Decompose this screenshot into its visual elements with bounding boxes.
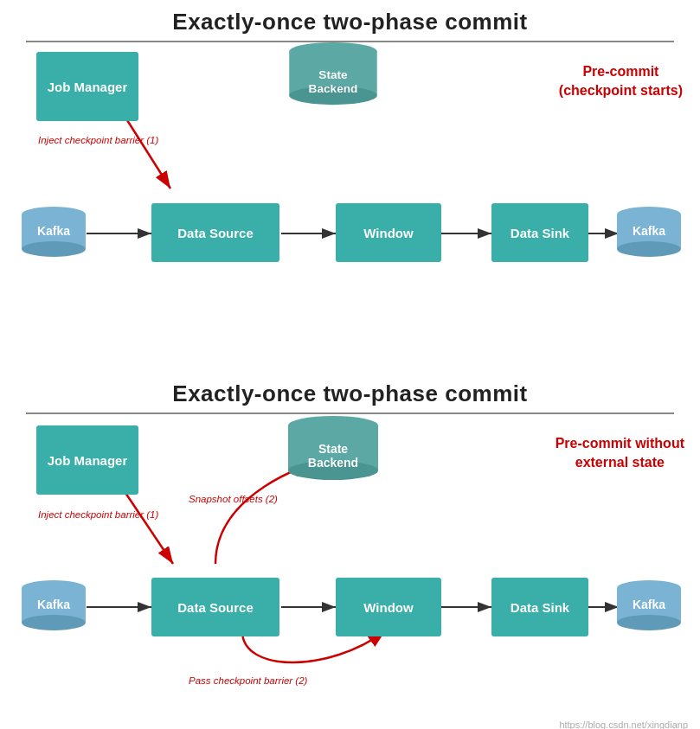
svg-text:Kafka: Kafka (37, 598, 70, 611)
svg-point-14 (22, 241, 86, 257)
pre-commit-label-1: Pre-commit(checkpoint starts) (559, 62, 683, 101)
data-source-box-1: Data Source (151, 203, 279, 262)
svg-text:State: State (318, 68, 348, 81)
svg-text:Backend: Backend (308, 456, 358, 470)
window-box-1: Window (336, 203, 441, 262)
diagram2-section: Exactly-once two-phase commit (0, 372, 700, 729)
kafka-source-1: Kafka (19, 206, 88, 261)
data-source-box-2: Data Source (151, 578, 279, 636)
diagram1-section: Exactly-once two-phase commit Job Manage… (0, 0, 700, 363)
state-backend-cylinder-1: State Backend (286, 42, 381, 111)
diagram2-divider (26, 412, 674, 414)
svg-point-39 (617, 615, 681, 630)
job-manager-box-1: Job Manager (36, 52, 138, 121)
svg-text:Kafka: Kafka (633, 598, 665, 611)
inject-label-1: Inject checkpoint barrier (1) (38, 134, 158, 147)
snapshot-label: Snapshot offsets (2) (189, 493, 278, 506)
data-sink-box-2: Data Sink (491, 578, 588, 636)
svg-text:Kafka: Kafka (633, 224, 665, 238)
pre-commit-label-2: Pre-commit withoutexternal state (556, 434, 684, 473)
svg-point-18 (617, 241, 681, 257)
kafka-source-2: Kafka (19, 579, 88, 635)
pass-label: Pass checkpoint barrier (2) (189, 675, 307, 687)
window-box-2: Window (336, 578, 441, 636)
inject-label-2: Inject checkpoint barrier (1) (38, 508, 158, 521)
diagram2-title: Exactly-once two-phase commit (17, 380, 683, 407)
kafka-sink-2: Kafka (614, 579, 684, 635)
kafka-sink-1: Kafka (614, 206, 684, 261)
svg-text:State: State (318, 442, 348, 456)
svg-point-35 (22, 615, 86, 630)
job-manager-box-2: Job Manager (36, 425, 138, 495)
diagram1-title: Exactly-once two-phase commit (17, 9, 683, 35)
watermark: https://blog.csdn.net/xingdianp (559, 719, 688, 729)
state-backend-cylinder-2: State Backend (286, 415, 381, 486)
svg-text:Backend: Backend (309, 82, 358, 95)
svg-text:Kafka: Kafka (37, 224, 70, 238)
data-sink-box-1: Data Sink (491, 203, 588, 262)
